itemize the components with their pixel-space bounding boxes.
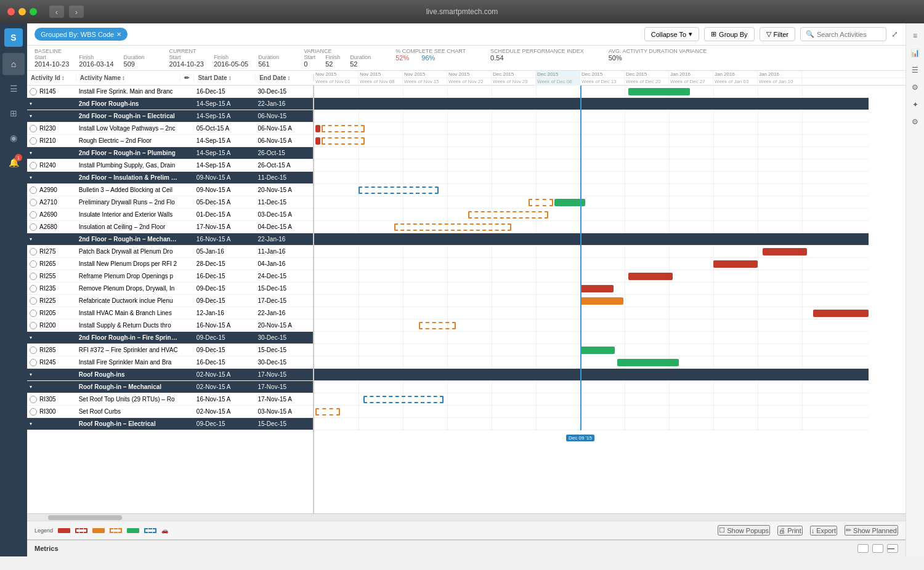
show-planned-button[interactable]: ✏ Show Planned xyxy=(845,525,898,536)
cell-activity-id: ▾ xyxy=(27,101,76,106)
close-button[interactable] xyxy=(7,8,15,15)
row-toggle[interactable] xyxy=(30,396,37,403)
metrics-expand-button[interactable] xyxy=(857,544,869,553)
row-toggle[interactable] xyxy=(30,273,37,280)
gantt-row xyxy=(314,356,869,369)
col-header-start-date[interactable]: Start Date ↕ xyxy=(194,74,256,81)
cell-end: 20-Nov-15 A xyxy=(255,322,313,329)
url-bar[interactable]: live.smartpmtech.com xyxy=(426,7,498,16)
cell-activity-name: 2nd Floor – Insulation & Prelim Drywall xyxy=(76,174,180,181)
sidebar-item-home[interactable]: ⌂ xyxy=(2,53,25,75)
row-toggle[interactable] xyxy=(30,285,37,292)
right-panel-icon-config[interactable]: ⚙ xyxy=(908,114,923,129)
table-row: RI285 RFI #372 – Fire Sprinkler and HVAC… xyxy=(27,344,313,356)
row-toggle[interactable] xyxy=(30,137,37,145)
row-toggle[interactable] xyxy=(30,88,37,95)
right-panel-icon-table[interactable]: ☰ xyxy=(908,63,923,78)
gantt-row xyxy=(314,307,869,319)
col-header-activity-name[interactable]: Activity Name ↕ xyxy=(76,74,181,81)
row-toggle[interactable] xyxy=(30,260,37,268)
app-container: S ⌂ ☰ ⊞ ◉ 🔔 1 Grouped By: WBS Code × Col… xyxy=(0,23,924,556)
right-panel-icon-settings[interactable]: ⚙ xyxy=(908,80,923,95)
row-toggle[interactable] xyxy=(30,347,37,354)
print-button[interactable]: 🖨 Print xyxy=(777,526,803,536)
row-toggle[interactable] xyxy=(30,310,37,317)
app-logo: S xyxy=(4,28,23,47)
row-toggle[interactable] xyxy=(30,408,37,415)
row-toggle[interactable] xyxy=(30,211,37,219)
cell-activity-id: ▾ xyxy=(27,236,76,242)
gantt-bar-dotted xyxy=(529,199,553,206)
group-row: ▾ Roof Rough-ins 02-Nov-15 A 17-Nov-15 xyxy=(27,369,313,381)
sidebar-item-settings[interactable]: ⊞ xyxy=(2,102,25,124)
collapse-to-button[interactable]: Collapse To ▾ xyxy=(644,27,699,41)
cell-start: 05-Jan-16 xyxy=(194,248,256,255)
row-toggle[interactable] xyxy=(30,162,37,169)
group-by-button[interactable]: ⊞ Group By xyxy=(704,27,754,41)
cell-start: 14-Sep-15 A xyxy=(194,137,256,144)
filter-button[interactable]: ▽ Filter xyxy=(760,27,795,41)
remove-group-by-button[interactable]: × xyxy=(116,30,121,39)
cell-end: 22-Jan-16 xyxy=(255,236,313,243)
row-toggle[interactable] xyxy=(30,223,37,231)
right-panel-icon-list[interactable]: ≡ xyxy=(908,28,923,43)
expand-icon[interactable]: ▾ xyxy=(30,101,32,106)
cell-activity-id: RI285 xyxy=(27,347,76,354)
back-button[interactable]: ‹ xyxy=(49,6,64,18)
row-toggle[interactable] xyxy=(30,187,37,194)
row-toggle[interactable] xyxy=(30,359,37,366)
show-popups-button[interactable]: ☐ Show Popups xyxy=(718,525,770,536)
expand-icon[interactable]: ▾ xyxy=(30,384,32,390)
popup-icon: ☐ xyxy=(719,526,725,534)
cell-activity-name: RFI #372 – Fire Sprinkler and HVAC xyxy=(76,347,180,353)
expand-icon[interactable]: ▾ xyxy=(30,236,32,242)
baseline-label: Baseline xyxy=(34,48,145,54)
gantt-bar-dotted xyxy=(322,137,365,145)
search-icon: 🔍 xyxy=(806,30,814,38)
sort-icon: ↕ xyxy=(62,74,65,81)
right-panel-icon-star[interactable]: ✦ xyxy=(908,97,923,112)
sidebar-item-list[interactable]: ☰ xyxy=(2,78,25,100)
cell-end: 22-Jan-16 xyxy=(255,310,313,316)
horizontal-scrollbar[interactable] xyxy=(27,513,906,521)
cell-activity-id: A2990 xyxy=(27,187,76,194)
gantt-row-subgroup xyxy=(314,147,869,159)
col-header-end-date[interactable]: End Date ↕ xyxy=(256,74,314,81)
cell-start: 05-Dec-15 A xyxy=(194,199,256,206)
expand-icon[interactable]: ▾ xyxy=(30,335,32,340)
cell-start: 14-Sep-15 A xyxy=(194,113,256,119)
row-toggle[interactable] xyxy=(30,125,37,132)
gantt-row xyxy=(314,295,869,307)
metrics-collapse-button[interactable] xyxy=(872,544,883,553)
export-button[interactable]: ↓ Export xyxy=(810,526,837,536)
expand-icon[interactable]: ▾ xyxy=(30,150,32,156)
row-toggle[interactable] xyxy=(30,322,37,329)
cell-activity-name: Set Roof Top Units (29 RTUs) – Ro xyxy=(76,396,180,403)
minimize-button[interactable] xyxy=(18,8,26,15)
right-panel-icon-chart[interactable]: 📊 xyxy=(908,46,923,60)
expand-icon[interactable]: ⤢ xyxy=(891,30,898,39)
search-input[interactable] xyxy=(817,31,878,38)
expand-icon[interactable]: ▾ xyxy=(30,421,32,427)
gantt-bar xyxy=(628,273,673,280)
sort-icon: ↕ xyxy=(229,74,232,81)
sidebar-item-notifications[interactable]: 🔔 1 xyxy=(2,151,25,174)
current-label: Current xyxy=(169,48,280,54)
metrics-close-button[interactable]: — xyxy=(887,544,898,553)
gantt-row xyxy=(314,258,869,270)
gantt-bar-red xyxy=(315,137,320,145)
col-header-activity-id[interactable]: Activity Id ↕ xyxy=(27,74,76,81)
row-toggle[interactable] xyxy=(30,199,37,206)
forward-button[interactable]: › xyxy=(69,6,84,18)
nav-buttons: ‹ › xyxy=(49,6,84,18)
expand-icon[interactable]: ▾ xyxy=(30,175,32,180)
cell-activity-id: ▾ xyxy=(27,421,76,427)
sidebar-item-profile[interactable]: ◉ xyxy=(2,127,25,149)
search-box[interactable]: 🔍 xyxy=(800,27,886,41)
expand-icon[interactable]: ▾ xyxy=(30,113,32,119)
expand-icon[interactable]: ▾ xyxy=(30,372,32,377)
row-toggle[interactable] xyxy=(30,297,37,305)
fullscreen-button[interactable] xyxy=(30,8,37,15)
scroll-thumb[interactable] xyxy=(48,515,122,520)
row-toggle[interactable] xyxy=(30,248,37,255)
